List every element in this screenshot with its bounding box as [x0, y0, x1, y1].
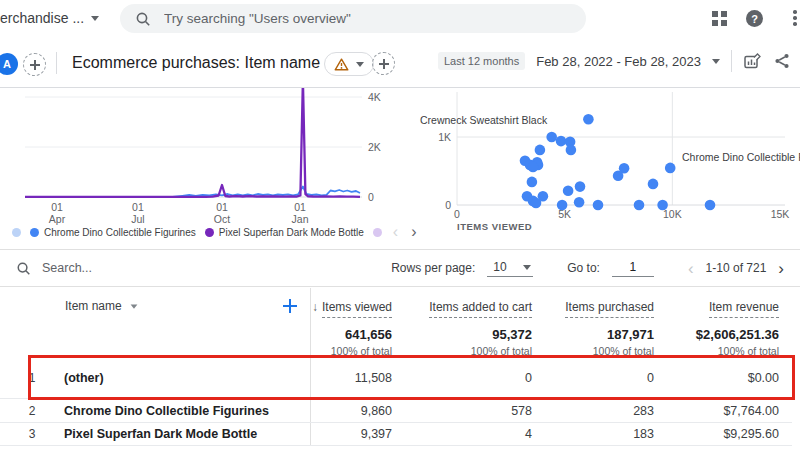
- legend-item[interactable]: Chrome Dino Collectible Figurines: [30, 227, 196, 238]
- goto-page-input[interactable]: [612, 259, 654, 277]
- scatter-point: [613, 171, 624, 182]
- scatter-point: [665, 163, 676, 174]
- metric-cell: 283: [545, 404, 667, 418]
- prev-page-icon[interactable]: ‹: [688, 260, 694, 277]
- divider: [731, 50, 732, 72]
- x-axis-tick: 01: [51, 201, 63, 213]
- customize-report-icon[interactable]: [743, 52, 762, 71]
- metric-headers: ↓Items viewedItems added to cartItems pu…: [310, 288, 792, 325]
- totals-value: 641,656: [310, 327, 392, 342]
- totals-subtext: 100% of total: [667, 345, 779, 357]
- global-search[interactable]: [120, 4, 586, 33]
- metric-cell: 11,508: [310, 371, 405, 385]
- table-row[interactable]: 3Pixel Superfan Dark Mode Bottle9,397418…: [0, 423, 792, 446]
- scatter-point: [705, 200, 716, 211]
- totals-row: 641,656100% of total95,372100% of total1…: [310, 325, 792, 358]
- legend-prev-icon[interactable]: ‹: [391, 224, 400, 240]
- pagination-range: 1-10 of 721: [706, 261, 767, 275]
- column-header[interactable]: ↓Items viewed: [310, 300, 405, 314]
- totals-subtext: 100% of total: [405, 345, 532, 357]
- more-vertical-icon[interactable]: [793, 10, 797, 26]
- row-index: 1: [0, 371, 64, 385]
- rows-per-page-select[interactable]: 10: [487, 259, 533, 277]
- totals-value: $2,606,251.36: [667, 327, 779, 342]
- legend-label: Pixel Superfan Dark Mode Bottle: [219, 227, 364, 238]
- metric-cell: $9,295.60: [667, 427, 792, 441]
- scatter-point: [634, 200, 645, 211]
- add-report-button[interactable]: [23, 53, 46, 76]
- scatter-point: [531, 198, 542, 209]
- column-header[interactable]: Items added to cart: [405, 300, 545, 314]
- table-row[interactable]: 1(other)11,50800$0.00: [0, 358, 792, 399]
- sort-desc-icon: ↓: [312, 300, 318, 314]
- table-search-input[interactable]: [40, 260, 244, 276]
- x-axis-tick: 01: [216, 201, 228, 213]
- table-search[interactable]: [16, 260, 391, 276]
- x-axis-tick: 10K: [663, 208, 682, 220]
- scatter-point: [535, 145, 546, 156]
- scatter-point: [657, 200, 668, 211]
- date-range-picker[interactable]: Feb 28, 2022 - Feb 28, 2023: [536, 54, 701, 69]
- table-body: 1(other)11,50800$0.002Chrome Dino Collec…: [0, 358, 792, 446]
- search-icon: [135, 11, 151, 27]
- scatter-point: [574, 197, 585, 208]
- column-header-label: Items added to cart: [429, 300, 532, 318]
- search-icon: [16, 261, 31, 276]
- property-name: erchandise ...: [0, 10, 84, 26]
- row-index: 3: [0, 427, 64, 441]
- row-index: 2: [0, 404, 64, 418]
- scatter-chart[interactable]: 05K10K15K1K0ITEMS VIEWEDCrewneck Sweatsh…: [400, 88, 800, 249]
- goto-label: Go to:: [567, 261, 600, 275]
- legend-dot: [205, 228, 214, 237]
- item-name-cell: Chrome Dino Collectible Figurines: [64, 404, 310, 418]
- add-card-button[interactable]: [372, 52, 395, 75]
- scatter-point: [527, 177, 538, 188]
- scatter-point: [557, 200, 568, 211]
- header-actions: Last 12 months Feb 28, 2022 - Feb 28, 20…: [438, 50, 791, 72]
- column-header-item-name[interactable]: Item name: [65, 299, 138, 313]
- legend-next-icon[interactable]: ›: [409, 224, 418, 240]
- legend-label: Chrome Dino Collectible Figurines: [44, 227, 196, 238]
- select-caret-icon: [523, 265, 531, 270]
- scatter-point: [593, 200, 604, 211]
- divider: [56, 52, 57, 74]
- metric-cell: 578: [405, 404, 545, 418]
- global-search-input[interactable]: [162, 10, 571, 27]
- page-title: Ecommerce purchases: Item name: [72, 54, 320, 72]
- x-axis-tick: 15K: [771, 208, 790, 220]
- pagination-controls: Rows per page: 10 Go to: ‹ 1-10 of 721 ›: [391, 259, 784, 277]
- apps-grid-icon[interactable]: [712, 11, 727, 26]
- y-axis-tick: 2K: [368, 141, 381, 153]
- metric-cell: 9,397: [310, 427, 405, 441]
- add-column-button[interactable]: [280, 296, 300, 316]
- item-name-caret-icon: [130, 304, 137, 308]
- charts-panel: 4K2K001Apr01Jul01Oct01Jan 05K10K15K1K0IT…: [0, 88, 800, 250]
- metric-cell: 0: [405, 371, 545, 385]
- metric-cell: $7,764.00: [667, 404, 792, 418]
- column-header-label: Items viewed: [322, 300, 392, 318]
- next-page-icon[interactable]: ›: [778, 260, 784, 277]
- column-header-label: Item revenue: [709, 300, 779, 318]
- metric-cell: 9,860: [310, 404, 405, 418]
- property-selector[interactable]: erchandise ...: [0, 10, 99, 26]
- legend-dot-faded: [12, 228, 21, 237]
- legend-item[interactable]: Pixel Superfan Dark Mode Bottle: [205, 227, 364, 238]
- share-icon[interactable]: [773, 52, 791, 70]
- table-toolbar: Rows per page: 10 Go to: ‹ 1-10 of 721 ›: [0, 250, 800, 287]
- x-axis-tick: 01: [132, 201, 144, 213]
- date-range-caret-icon[interactable]: [712, 59, 720, 64]
- badge-caret-icon: [356, 62, 364, 67]
- chart-legend: Chrome Dino Collectible FigurinesPixel S…: [12, 221, 386, 243]
- help-icon[interactable]: ?: [746, 10, 763, 27]
- y-axis-tick: 1K: [438, 131, 451, 143]
- warning-icon: [334, 58, 349, 71]
- column-header[interactable]: Items purchased: [545, 300, 667, 314]
- column-header[interactable]: Item revenue: [667, 300, 792, 314]
- avatar[interactable]: A: [0, 53, 18, 75]
- top-app-bar: erchandise ... ?: [0, 0, 800, 38]
- y-axis-tick: 4K: [368, 91, 381, 103]
- totals-cell: $2,606,251.36100% of total: [667, 325, 792, 358]
- table-row[interactable]: 2Chrome Dino Collectible Figurines9,8605…: [0, 399, 792, 423]
- legend-dot: [30, 228, 39, 237]
- data-quality-badge[interactable]: [324, 52, 374, 76]
